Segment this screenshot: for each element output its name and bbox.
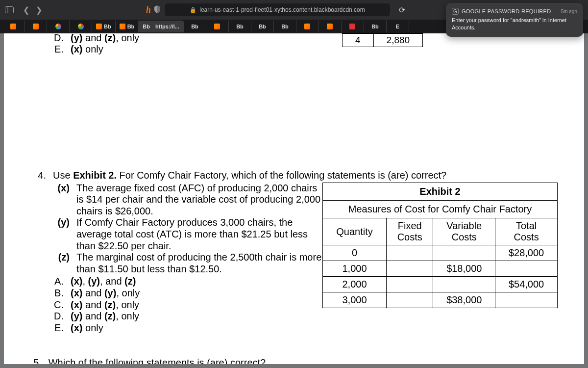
tab[interactable] bbox=[296, 21, 319, 32]
lock-icon: 🔒 bbox=[190, 7, 196, 13]
favicon-icon bbox=[10, 24, 16, 29]
tab[interactable] bbox=[2, 21, 24, 32]
col-header: FixedCosts bbox=[387, 218, 433, 245]
question-5-partial: 5. Which of the following statements is … bbox=[33, 357, 266, 364]
favicon-icon bbox=[214, 24, 220, 29]
table-row: 3,000$38,000 bbox=[323, 292, 558, 308]
partial-table: 42,880 bbox=[342, 33, 423, 47]
pdf-viewer: D.(y) and (z), only E.(x) only 42,880 4.… bbox=[0, 33, 588, 368]
tab[interactable]: Bb bbox=[92, 21, 116, 32]
tab[interactable]: Bb bbox=[274, 21, 296, 32]
col-header: Quantity bbox=[323, 218, 387, 245]
favicon-icon bbox=[349, 24, 355, 29]
google-logo-icon: G bbox=[452, 8, 459, 15]
favicon-icon bbox=[120, 24, 125, 29]
table-row: 1,000$18,000 bbox=[323, 261, 558, 277]
table-row: 0$28,000 bbox=[323, 245, 558, 261]
notification-title: GOOGLE PASSWORD REQUIRED bbox=[462, 8, 551, 14]
address-bar[interactable]: 🔒 learn-us-east-1-prod-fleet01-xythos.co… bbox=[165, 3, 390, 16]
tab[interactable]: Bb bbox=[251, 21, 274, 32]
notification-body: Enter your password for "andresmith" in … bbox=[452, 17, 577, 32]
question-number: 4. bbox=[33, 170, 46, 334]
back-button[interactable]: ❮ bbox=[21, 4, 31, 15]
tab-active[interactable]: Bb https://l... bbox=[139, 21, 184, 32]
favicon-icon bbox=[96, 24, 102, 29]
partial-previous-question: D.(y) and (z), only E.(x) only bbox=[53, 33, 139, 55]
document-page: D.(y) and (z), only E.(x) only 42,880 4.… bbox=[4, 33, 584, 364]
tab[interactable] bbox=[70, 21, 92, 32]
exhibit-subtitle: Measures of Cost for Comfy Chair Factory bbox=[322, 200, 558, 218]
favicon-icon bbox=[304, 24, 310, 29]
col-header: VariableCosts bbox=[433, 218, 495, 245]
favicon-icon bbox=[33, 24, 39, 29]
system-notification[interactable]: G GOOGLE PASSWORD REQUIRED 5m ago Enter … bbox=[446, 3, 583, 37]
forward-button[interactable]: ❯ bbox=[33, 4, 44, 15]
svg-rect-0 bbox=[5, 7, 14, 13]
url-text: learn-us-east-1-prod-fleet01-xythos.cont… bbox=[199, 6, 365, 13]
tab[interactable] bbox=[342, 21, 364, 32]
exhibit-2-table: Exhibit 2 Measures of Cost for Comfy Cha… bbox=[322, 183, 558, 308]
tab[interactable]: Bb bbox=[229, 21, 251, 32]
favicon-icon bbox=[78, 24, 84, 29]
tab[interactable]: E bbox=[387, 21, 409, 32]
exhibit-title: Exhibit 2 bbox=[322, 183, 558, 200]
reload-button[interactable]: ⟳ bbox=[399, 5, 405, 15]
table-row: 2,000$54,000 bbox=[323, 277, 558, 292]
tab[interactable]: Bb bbox=[184, 21, 206, 32]
honey-extension-icon[interactable]: h bbox=[146, 5, 151, 15]
tab[interactable] bbox=[24, 21, 47, 32]
tab[interactable] bbox=[319, 21, 342, 32]
tab[interactable]: Bb bbox=[364, 21, 387, 32]
tab[interactable] bbox=[47, 21, 70, 32]
favicon-icon bbox=[327, 24, 333, 29]
favicon-icon bbox=[55, 24, 61, 29]
privacy-shield-icon[interactable] bbox=[154, 5, 161, 15]
tab[interactable] bbox=[206, 21, 229, 32]
col-header: TotalCosts bbox=[495, 218, 558, 245]
sidebar-toggle-icon[interactable] bbox=[4, 4, 15, 15]
tab[interactable]: Bb bbox=[116, 21, 139, 32]
notification-time: 5m ago bbox=[561, 9, 577, 14]
